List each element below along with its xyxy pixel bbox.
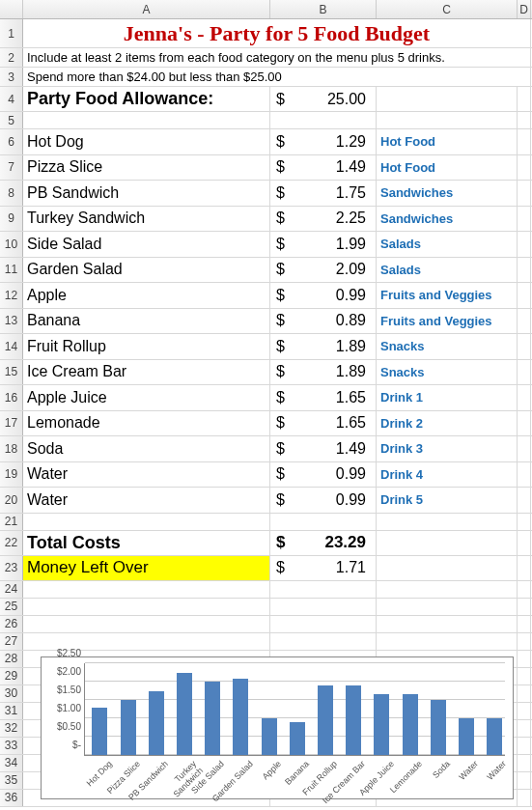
- cell-colD-25[interactable]: [518, 599, 531, 615]
- cell-colD-26[interactable]: [518, 616, 531, 632]
- item-name-10[interactable]: Apple Juice: [23, 385, 270, 410]
- row-header-12[interactable]: 12: [0, 283, 23, 308]
- row-header-4[interactable]: 4: [0, 87, 23, 111]
- item-name-14[interactable]: Water: [23, 488, 270, 513]
- cell-colD-28[interactable]: [518, 651, 531, 667]
- item-price-13[interactable]: $0.99: [270, 462, 377, 488]
- item-name-2[interactable]: PB Sandwich: [23, 181, 270, 206]
- cell-colD-29[interactable]: [518, 668, 531, 684]
- row-header-34[interactable]: 34: [0, 755, 23, 771]
- cell-colD-20[interactable]: [518, 488, 531, 513]
- leftover-value[interactable]: $1.71: [270, 556, 377, 580]
- item-price-10[interactable]: $1.65: [270, 385, 377, 410]
- cell-colD-24[interactable]: [518, 581, 531, 598]
- cell-colD-18[interactable]: [518, 436, 531, 461]
- cell-colD-22[interactable]: [518, 531, 531, 555]
- row-header-11[interactable]: 11: [0, 258, 23, 283]
- cell-colC-23[interactable]: [377, 556, 518, 580]
- item-price-1[interactable]: $1.49: [270, 155, 377, 181]
- cell-colD-11[interactable]: [518, 258, 531, 283]
- item-name-3[interactable]: Turkey Sandwich: [23, 207, 270, 232]
- row-header-25[interactable]: 25: [0, 599, 23, 615]
- row-header-28[interactable]: 28: [0, 651, 23, 667]
- item-category-11[interactable]: Drink 2: [377, 411, 518, 436]
- item-name-4[interactable]: Side Salad: [23, 232, 270, 257]
- item-category-10[interactable]: Drink 1: [377, 385, 518, 410]
- cell-colD-36[interactable]: [518, 790, 531, 806]
- cell-colC-26[interactable]: [377, 616, 518, 632]
- cell-colC-27[interactable]: [377, 633, 518, 650]
- row-header-14[interactable]: 14: [0, 334, 23, 359]
- item-category-9[interactable]: Snacks: [377, 360, 518, 385]
- cell-colD-12[interactable]: [518, 283, 531, 308]
- row-header-18[interactable]: 18: [0, 436, 23, 461]
- cell-colD-16[interactable]: [518, 385, 531, 410]
- cell-colD-35[interactable]: [518, 772, 531, 789]
- col-header-B[interactable]: B: [270, 0, 377, 18]
- cell-colC-22[interactable]: [377, 531, 518, 555]
- cell-colD-19[interactable]: [518, 462, 531, 488]
- allowance-value[interactable]: $25.00: [270, 87, 377, 111]
- cell-colD-8[interactable]: [518, 181, 531, 206]
- item-name-11[interactable]: Lemonade: [23, 411, 270, 436]
- row-header-19[interactable]: 19: [0, 462, 23, 488]
- total-value[interactable]: $23.29: [270, 531, 377, 555]
- item-category-8[interactable]: Snacks: [377, 334, 518, 359]
- item-category-7[interactable]: Fruits and Veggies: [377, 309, 518, 334]
- row-header-7[interactable]: 7: [0, 155, 23, 181]
- instruction-1[interactable]: Include at least 2 items from each food …: [23, 48, 531, 67]
- item-name-7[interactable]: Banana: [23, 309, 270, 334]
- cell-colD-30[interactable]: [518, 685, 531, 702]
- item-price-8[interactable]: $1.89: [270, 334, 377, 359]
- item-price-0[interactable]: $1.29: [270, 129, 377, 154]
- item-price-2[interactable]: $1.75: [270, 181, 377, 206]
- total-label[interactable]: Total Costs: [23, 531, 270, 555]
- item-category-4[interactable]: Salads: [377, 232, 518, 257]
- row-header-15[interactable]: 15: [0, 360, 23, 385]
- row-header-35[interactable]: 35: [0, 772, 23, 789]
- item-price-9[interactable]: $1.89: [270, 360, 377, 385]
- item-name-8[interactable]: Fruit Rollup: [23, 334, 270, 359]
- cell-colC-24[interactable]: [377, 581, 518, 598]
- cell-colC-4[interactable]: [377, 87, 518, 111]
- item-price-12[interactable]: $1.49: [270, 436, 377, 461]
- instruction-2[interactable]: Spend more than $24.00 but less than $25…: [23, 68, 531, 86]
- row-header-16[interactable]: 16: [0, 385, 23, 410]
- item-name-5[interactable]: Garden Salad: [23, 258, 270, 283]
- cell-colD-13[interactable]: [518, 309, 531, 334]
- col-header-C[interactable]: C: [377, 0, 518, 18]
- row-header-2[interactable]: 2: [0, 48, 23, 67]
- row-header-27[interactable]: 27: [0, 633, 23, 650]
- item-name-0[interactable]: Hot Dog: [23, 129, 270, 154]
- item-price-14[interactable]: $0.99: [270, 488, 377, 513]
- cell-colD-33[interactable]: [518, 738, 531, 754]
- allowance-label[interactable]: Party Food Allowance:: [23, 87, 270, 111]
- cell-colD-6[interactable]: [518, 129, 531, 154]
- cell-colD-14[interactable]: [518, 334, 531, 359]
- cell-colB-5[interactable]: [270, 112, 377, 128]
- item-price-5[interactable]: $2.09: [270, 258, 377, 283]
- row-header-13[interactable]: 13: [0, 309, 23, 334]
- item-category-1[interactable]: Hot Food: [377, 155, 518, 181]
- cell-colC-21[interactable]: [377, 514, 518, 530]
- item-price-11[interactable]: $1.65: [270, 411, 377, 436]
- item-name-13[interactable]: Water: [23, 462, 270, 488]
- cell-colD-17[interactable]: [518, 411, 531, 436]
- item-name-12[interactable]: Soda: [23, 436, 270, 461]
- item-name-6[interactable]: Apple: [23, 283, 270, 308]
- cell-colD-27[interactable]: [518, 633, 531, 650]
- col-header-D[interactable]: D: [518, 0, 531, 18]
- cell-colD-10[interactable]: [518, 232, 531, 257]
- cell-colD-31[interactable]: [518, 703, 531, 719]
- cell-colC-5[interactable]: [377, 112, 518, 128]
- item-category-5[interactable]: Salads: [377, 258, 518, 283]
- item-name-9[interactable]: Ice Cream Bar: [23, 360, 270, 385]
- row-header-5[interactable]: 5: [0, 112, 23, 128]
- row-header-23[interactable]: 23: [0, 556, 23, 580]
- cell-colD-32[interactable]: [518, 720, 531, 737]
- row-header-20[interactable]: 20: [0, 488, 23, 513]
- cell-colA-26[interactable]: [23, 616, 270, 632]
- select-all-corner[interactable]: [0, 0, 23, 18]
- cell-colA-25[interactable]: [23, 599, 270, 615]
- item-name-1[interactable]: Pizza Slice: [23, 155, 270, 181]
